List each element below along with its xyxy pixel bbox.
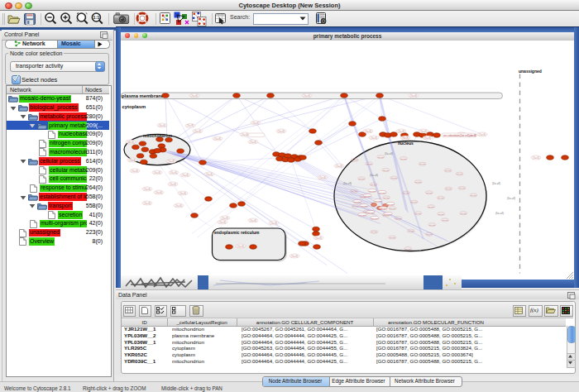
svg-text:(Ya-c8): (Ya-c8) xyxy=(129,158,136,161)
svg-text:(Sr-a8): (Sr-a8) xyxy=(459,187,466,189)
svg-text:(Da-a8): (Da-a8) xyxy=(385,151,393,155)
svg-text:(Da-a8): (Da-a8) xyxy=(370,173,378,176)
svg-text:(Sr-a8): (Sr-a8) xyxy=(403,192,409,194)
svg-text:(Ya-c8): (Ya-c8) xyxy=(420,129,427,132)
svg-text:(Ya-c8): (Ya-c8) xyxy=(424,136,431,139)
svg-text:(Ya-c8): (Ya-c8) xyxy=(156,190,162,194)
svg-text:(Sr-a8): (Sr-a8) xyxy=(371,184,377,186)
svg-text:(Sr-a8): (Sr-a8) xyxy=(383,196,390,198)
svg-text:(Sa-rb8): (Sa-rb8) xyxy=(360,204,367,207)
svg-text:(Ya-c8): (Ya-c8) xyxy=(144,187,151,190)
svg-text:(Sr-a8): (Sr-a8) xyxy=(377,155,384,158)
svg-text:(Ya-c8): (Ya-c8) xyxy=(179,191,186,194)
svg-text:(Sa-rb8): (Sa-rb8) xyxy=(358,213,366,216)
svg-text:nucleus: nucleus xyxy=(398,140,414,145)
svg-text:(Ya-c8): (Ya-c8) xyxy=(175,203,182,207)
svg-text:wrs rebowbate(2wr-ra8)ore-r8: wrs rebowbate(2wr-ra8)ore-r8 xyxy=(443,133,476,136)
svg-text:(Ya-c8): (Ya-c8) xyxy=(237,244,244,247)
svg-text:(Sa-rb8): (Sa-rb8) xyxy=(378,191,385,194)
svg-text:(Sa-rb8): (Sa-rb8) xyxy=(363,194,371,197)
svg-text:(Da-a8): (Da-a8) xyxy=(492,181,500,184)
svg-text:(Sr-a8): (Sr-a8) xyxy=(426,191,433,194)
svg-text:(Ya-c8): (Ya-c8) xyxy=(168,160,175,163)
svg-text:(Sa-rb8): (Sa-rb8) xyxy=(366,211,374,213)
svg-text:(Sa-rb8): (Sa-rb8) xyxy=(386,203,394,205)
svg-text:(Ya-c8): (Ya-c8) xyxy=(402,136,409,139)
svg-text:plasma membrane: plasma membrane xyxy=(122,93,165,98)
svg-text:(Ya-c8): (Ya-c8) xyxy=(291,254,298,257)
svg-text:(Sr-a8): (Sr-a8) xyxy=(411,201,418,203)
svg-text:(Sa-rb8): (Sa-rb8) xyxy=(384,213,391,215)
svg-text:(Sr-a8): (Sr-a8) xyxy=(419,163,426,165)
svg-text:(Sr-a8): (Sr-a8) xyxy=(389,237,395,239)
svg-text:(Ya-c8): (Ya-c8) xyxy=(304,93,310,97)
svg-text:(Sr-a8): (Sr-a8) xyxy=(460,212,467,214)
svg-text:(Sr-a8): (Sr-a8) xyxy=(428,205,434,208)
svg-text:(Sr-a8): (Sr-a8) xyxy=(426,233,433,236)
svg-text:(Ya-c8): (Ya-c8) xyxy=(250,218,256,222)
svg-text:(Sr-a8): (Sr-a8) xyxy=(383,169,390,171)
svg-text:(Sr-a8): (Sr-a8) xyxy=(352,205,359,208)
svg-text:(Ya-c8): (Ya-c8) xyxy=(533,155,539,159)
svg-text:(Da-a8): (Da-a8) xyxy=(343,181,352,184)
svg-text:(Ya-c8): (Ya-c8) xyxy=(371,136,377,139)
svg-text:(Sr-a8): (Sr-a8) xyxy=(415,212,422,214)
svg-text:(Da-a8): (Da-a8) xyxy=(495,211,504,214)
svg-text:cytoplasm: cytoplasm xyxy=(122,104,146,109)
svg-text:(Sr-a8): (Sr-a8) xyxy=(371,231,377,233)
svg-text:(Ya-c8): (Ya-c8) xyxy=(398,129,404,132)
svg-text:(Ya-c8): (Ya-c8) xyxy=(270,221,277,224)
svg-text:(Sr-a8): (Sr-a8) xyxy=(471,194,477,197)
svg-text:(Ya-c8): (Ya-c8) xyxy=(132,169,138,172)
svg-text:(Ya-c8): (Ya-c8) xyxy=(319,175,326,179)
svg-text:(Ya-c8): (Ya-c8) xyxy=(170,170,177,174)
svg-text:(Sr-a8): (Sr-a8) xyxy=(352,159,358,161)
svg-text:(Sr-a8): (Sr-a8) xyxy=(415,180,422,183)
svg-text:(Ya-c8): (Ya-c8) xyxy=(278,129,285,132)
svg-text:(Sr-a8): (Sr-a8) xyxy=(438,197,444,199)
svg-text:(Sa-rb8): (Sa-rb8) xyxy=(368,189,376,192)
svg-text:mitochondrion: mitochondrion xyxy=(143,132,172,137)
svg-text:(Sr-a8): (Sr-a8) xyxy=(429,223,436,226)
svg-text:(Sa-rb8): (Sa-rb8) xyxy=(379,207,386,209)
svg-text:(Sr-a8): (Sr-a8) xyxy=(404,247,411,250)
svg-text:(Sr-a8): (Sr-a8) xyxy=(358,177,365,179)
svg-text:(Sr-a8): (Sr-a8) xyxy=(400,157,407,160)
svg-text:(Ya-c8): (Ya-c8) xyxy=(315,236,322,239)
svg-text:(Sr-a8): (Sr-a8) xyxy=(390,207,396,209)
svg-text:(Ya-c8): (Ya-c8) xyxy=(182,173,189,176)
svg-text:(Sa-rb8): (Sa-rb8) xyxy=(371,217,378,219)
svg-text:(Ya-c8): (Ya-c8) xyxy=(252,121,259,124)
svg-text:(Sa-rb8): (Sa-rb8) xyxy=(374,199,381,202)
svg-text:(Da-a8): (Da-a8) xyxy=(507,196,515,199)
svg-text:unassigned: unassigned xyxy=(519,68,542,73)
svg-text:(Sr-a8): (Sr-a8) xyxy=(445,188,452,190)
svg-text:(Ya-c8): (Ya-c8) xyxy=(410,93,417,97)
svg-text:(Ya-c8): (Ya-c8) xyxy=(214,136,221,140)
svg-text:(Sa-rb8): (Sa-rb8) xyxy=(353,200,361,203)
svg-text:(Sr-a8): (Sr-a8) xyxy=(457,173,463,175)
svg-text:(Ya-c8): (Ya-c8) xyxy=(479,132,486,136)
svg-text:1:1: 1:1 xyxy=(93,15,99,20)
svg-text:(Ya-c8): (Ya-c8) xyxy=(127,140,134,143)
svg-text:(Ya-c8): (Ya-c8) xyxy=(365,129,371,132)
svg-text:(Ya-c8): (Ya-c8) xyxy=(219,220,226,223)
svg-text:(Ya-c8): (Ya-c8) xyxy=(222,216,228,219)
svg-text:(Ya-c8): (Ya-c8) xyxy=(144,201,151,204)
svg-text:(Ya-c8): (Ya-c8) xyxy=(187,124,194,127)
svg-text:(Sr-a8): (Sr-a8) xyxy=(438,213,444,215)
svg-text:(Sr-a8): (Sr-a8) xyxy=(442,218,448,221)
svg-text:(Ya-c8): (Ya-c8) xyxy=(250,140,256,143)
svg-text:(Ya-c8): (Ya-c8) xyxy=(242,132,248,136)
svg-text:(Sr-a8): (Sr-a8) xyxy=(395,217,402,219)
svg-text:endoplasmic reticulum: endoplasmic reticulum xyxy=(214,230,260,235)
svg-text:(Sr-a8): (Sr-a8) xyxy=(366,162,372,165)
svg-text:(Ya-c8): (Ya-c8) xyxy=(194,129,201,132)
svg-text:(Ya-c8): (Ya-c8) xyxy=(206,172,213,175)
svg-text:(Sr-a8): (Sr-a8) xyxy=(351,190,357,193)
svg-text:(Ya-c8): (Ya-c8) xyxy=(191,93,198,97)
svg-text:(Ya-c8): (Ya-c8) xyxy=(336,164,342,167)
svg-text:(Sr-a8): (Sr-a8) xyxy=(408,230,414,232)
svg-text:(Sr-a8): (Sr-a8) xyxy=(390,177,397,179)
svg-text:(Ya-c8): (Ya-c8) xyxy=(170,182,176,185)
